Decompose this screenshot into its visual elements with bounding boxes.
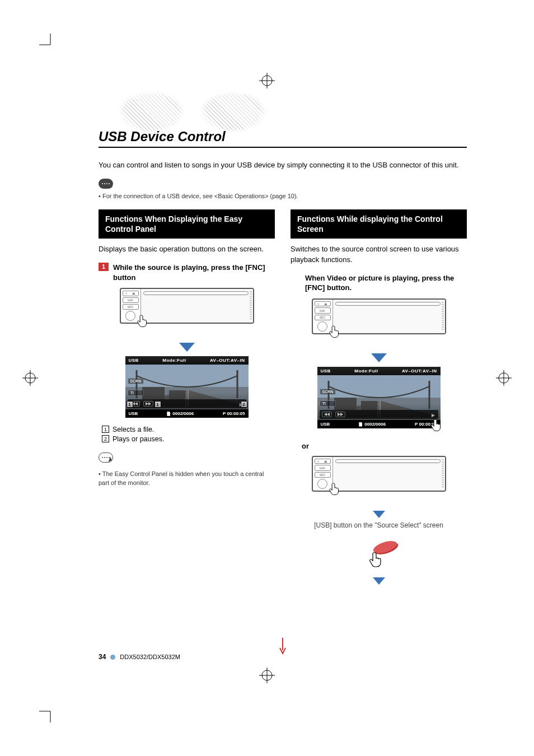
easy-control-screenshot: USB Mode:Full AV–OUT:AV–IN: [125, 356, 249, 418]
shot-source-bottom: USB: [321, 422, 330, 427]
legend-num-1: 1: [102, 426, 109, 433]
note-icon: [99, 179, 113, 189]
legend-text-2: Plays or pauses.: [113, 435, 164, 443]
cropmark: [39, 708, 54, 722]
cropmark: [39, 34, 54, 48]
down-arrow-icon: [373, 511, 385, 518]
file-count: 0002/0006: [364, 422, 386, 427]
section-heading-right: Functions While displaying the Control S…: [291, 209, 467, 239]
svg-rect-7: [169, 390, 186, 399]
elapsed-time: 00:00:05: [227, 411, 245, 416]
control-screen-screenshot: USB Mode:Full AV–OUT:AV–IN: [317, 367, 441, 428]
time-prefix: P: [223, 411, 226, 416]
legend-text-1: Selects a file.: [113, 426, 154, 433]
down-arrow-icon: [373, 577, 385, 585]
page-footer: 34 DDX5032/DDX5032M: [99, 653, 180, 661]
down-arrow-icon: [371, 353, 387, 362]
right-column: Functions While displaying the Control S…: [291, 209, 467, 588]
device-illustration: ▿⏏ NAV SRC: [312, 456, 446, 507]
section-desc-left: Displays the basic operation buttons on …: [99, 244, 275, 255]
continue-arrow-icon: [279, 638, 287, 656]
page-title: USB Device Control: [99, 129, 467, 148]
shot-avout: AV–OUT:AV–IN: [210, 358, 245, 363]
tap-hand-icon: [327, 482, 343, 497]
file-icon: [167, 412, 170, 416]
ti-button[interactable]: TI: [320, 400, 336, 407]
shot-mode: Mode:Full: [354, 368, 378, 374]
source-select-caption: [USB] button on the "Source Select" scre…: [291, 521, 467, 529]
registration-mark: [496, 370, 512, 386]
file-count: 0002/0006: [172, 411, 194, 416]
footer-dot-icon: [110, 655, 115, 660]
section-heading-left: Functions When Displaying the Easy Contr…: [99, 209, 275, 239]
registration-mark: [22, 370, 38, 386]
svg-rect-6: [142, 387, 165, 399]
file-icon: [359, 422, 362, 427]
device-illustration: ▿⏏ NAV SRC: [312, 298, 446, 350]
step-number-badge: 1: [99, 263, 109, 271]
global-note: • For the connection of a USB device, se…: [99, 193, 467, 199]
scrn-button[interactable]: SCRN: [128, 378, 144, 384]
next-file-button[interactable]: [335, 412, 345, 417]
legend-num-2: 2: [102, 435, 109, 442]
callout-2: 2: [241, 401, 247, 408]
shot-source-bottom: USB: [129, 411, 138, 416]
shot-source: USB: [321, 368, 331, 374]
prev-file-button[interactable]: [130, 401, 140, 407]
device-illustration: ▿⏏ NAV SRC: [120, 288, 254, 339]
svg-rect-11: [361, 401, 378, 410]
left-column: Functions When Displaying the Easy Contr…: [99, 209, 275, 588]
step-text-right: When Video or picture is playing, press …: [291, 273, 467, 293]
play-pause-button[interactable]: [240, 400, 244, 408]
tap-hand-icon: [135, 314, 151, 329]
intro-text: You can control and listen to songs in y…: [99, 160, 467, 171]
usb-button-illustration: [354, 540, 404, 574]
tap-hand-icon: [429, 418, 444, 434]
prev-file-button[interactable]: [322, 412, 332, 417]
model-name: DDX5032/DDX5032M: [120, 654, 180, 660]
or-separator: or: [302, 442, 467, 450]
callout-1b: 1: [154, 401, 161, 408]
registration-mark: [259, 668, 275, 683]
shot-avout: AV–OUT:AV–IN: [402, 368, 437, 374]
time-prefix: P: [415, 422, 418, 427]
down-arrow-icon: [179, 343, 195, 352]
step-text: While the source is playing, press the […: [113, 263, 275, 282]
shot-mode: Mode:Full: [162, 358, 186, 363]
section-desc-right: Switches to the source control screen to…: [291, 244, 467, 265]
svg-rect-10: [334, 398, 357, 410]
next-file-button[interactable]: [143, 401, 153, 407]
page-number: 34: [99, 653, 106, 661]
callout-1: 1: [127, 401, 133, 408]
tap-hand-icon: [327, 324, 343, 340]
shot-source: USB: [129, 358, 139, 363]
note-icon: [99, 452, 113, 463]
scrn-button[interactable]: SCRN: [320, 389, 336, 395]
ti-button[interactable]: TI: [128, 390, 144, 396]
panel-note: • The Easy Control Panel is hidden when …: [99, 470, 275, 487]
